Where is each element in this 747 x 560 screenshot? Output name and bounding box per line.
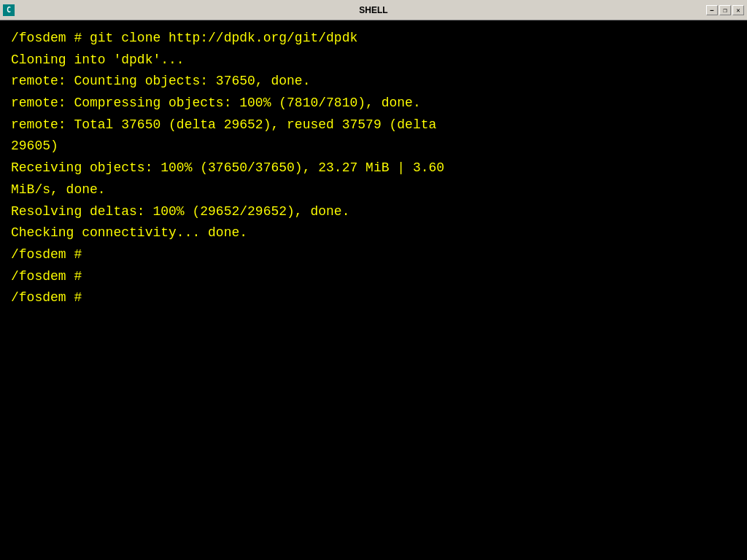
terminal-line: Receiving objects: 100% (37650/37650), 2… — [11, 158, 736, 179]
titlebar: C SHELL − ❐ ✕ — [0, 0, 747, 20]
terminal-line: 29605) — [11, 136, 736, 158]
terminal-line: remote: Counting objects: 37650, done. — [11, 71, 736, 93]
titlebar-left: C — [3, 4, 15, 16]
window-controls[interactable]: − ❐ ✕ — [706, 5, 744, 15]
terminal-line: MiB/s, done. — [11, 179, 736, 201]
terminal-line: remote: Total 37650 (delta 29652), reuse… — [11, 114, 736, 136]
terminal-line: /fosdem # — [11, 287, 736, 309]
minimize-button[interactable]: − — [706, 5, 718, 15]
terminal-line: Checking connectivity... done. — [11, 222, 736, 244]
shell-window: C SHELL − ❐ ✕ /fosdem # git clone http:/… — [0, 0, 747, 560]
terminal-line: /fosdem # — [11, 266, 736, 288]
terminal-body[interactable]: /fosdem # git clone http://dpdk.org/git/… — [0, 20, 747, 560]
terminal-line: Cloning into 'dpdk'... — [11, 50, 736, 71]
app-icon: C — [3, 4, 15, 16]
window-title: SHELL — [359, 5, 387, 15]
terminal-line: remote: Compressing objects: 100% (7810/… — [11, 93, 736, 114]
close-button[interactable]: ✕ — [732, 5, 744, 15]
terminal-line: Resolving deltas: 100% (29652/29652), do… — [11, 201, 736, 223]
terminal-line: /fosdem # git clone http://dpdk.org/git/… — [11, 28, 736, 50]
terminal-line: /fosdem # — [11, 244, 736, 266]
restore-button[interactable]: ❐ — [719, 5, 731, 15]
